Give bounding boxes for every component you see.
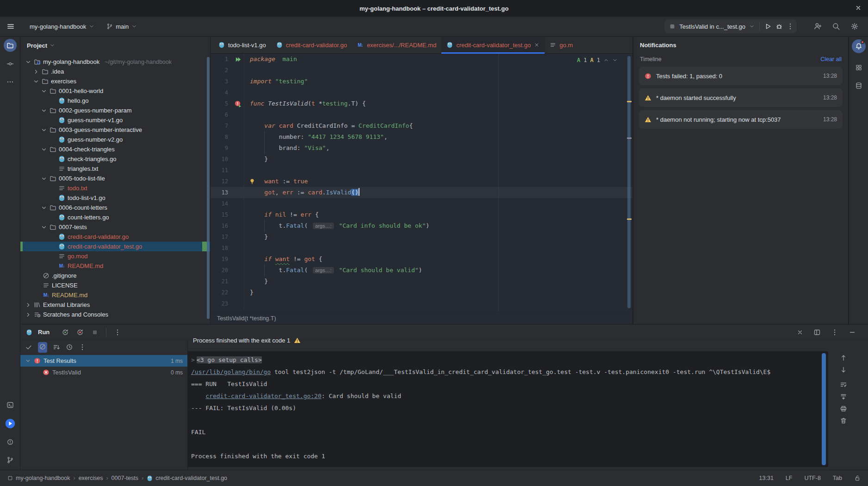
window-close-icon[interactable]: [855, 5, 862, 11]
gutter[interactable]: [232, 54, 244, 65]
soft-wrap-icon[interactable]: [840, 381, 847, 388]
editor-tab[interactable]: M↓exercises/.../README.md: [352, 37, 441, 53]
code-with-me-icon[interactable]: [813, 22, 822, 31]
tree-item[interactable]: 0006-count-letters: [20, 203, 210, 212]
sort-by-duration-icon[interactable]: [53, 343, 60, 351]
tree-item[interactable]: 0005-todo-list-file: [20, 174, 210, 183]
warning-stripe-mark[interactable]: [627, 218, 632, 220]
tree-item[interactable]: 0003-guess-number-interactive: [20, 125, 210, 135]
code-line[interactable]: 16 t.Fatal( args…: "Card info should be …: [211, 220, 632, 231]
chevron-down-icon[interactable]: [749, 24, 755, 29]
tool-run-button[interactable]: [4, 417, 17, 430]
line-separator-widget[interactable]: LF: [786, 475, 793, 481]
tree-item[interactable]: M↓README.md: [20, 290, 210, 300]
history-icon[interactable]: [66, 343, 73, 351]
tree-item[interactable]: todo.txt: [20, 183, 210, 193]
tool-git-button[interactable]: [4, 454, 17, 467]
code-line[interactable]: 9 brand: "Visa",: [211, 143, 632, 154]
code-line[interactable]: 18: [211, 243, 632, 254]
show-passed-icon[interactable]: [25, 343, 32, 351]
run-console[interactable]: ><3 go setup calls>/usr/lib/golang/bin/g…: [187, 351, 828, 467]
code-line[interactable]: 8 number: "4417 1234 5678 9113",: [211, 131, 632, 143]
tool-problems-button[interactable]: [4, 436, 17, 449]
project-tree-scrollbar[interactable]: [207, 57, 210, 319]
code-line[interactable]: 23: [211, 298, 632, 309]
tree-item[interactable]: todo-list-v1.go: [20, 193, 210, 203]
code-line[interactable]: 6: [211, 109, 632, 120]
prev-problem-icon[interactable]: [603, 57, 609, 63]
tree-item[interactable]: External Libraries: [20, 300, 210, 310]
breadcrumb-item[interactable]: 0007-tests: [112, 475, 138, 481]
options-icon[interactable]: [831, 329, 838, 336]
fold-arrow-icon[interactable]: >: [191, 356, 195, 363]
tool-project-button[interactable]: [4, 39, 17, 52]
tool-structure-button[interactable]: [852, 61, 866, 75]
tree-item[interactable]: LICENSE: [20, 280, 210, 290]
tree-item[interactable]: M↓README.md: [20, 261, 210, 271]
close-icon[interactable]: [797, 329, 803, 336]
scroll-to-end-icon[interactable]: [840, 393, 847, 400]
indent-widget[interactable]: Tab: [833, 475, 842, 481]
tool-database-button[interactable]: [852, 79, 866, 93]
prev-occurrence-icon[interactable]: [840, 354, 847, 361]
run-config-label[interactable]: TestIsValid in c..._test.go: [679, 23, 745, 30]
minimize-icon[interactable]: [849, 329, 856, 336]
more-actions-icon[interactable]: [114, 329, 121, 336]
tree-item[interactable]: guess-number-v2.go: [20, 135, 210, 144]
code-line[interactable]: 20 t.Fatal( args…: "Card should be valid…: [211, 265, 632, 276]
code-line[interactable]: 17 }: [211, 231, 632, 243]
console-link[interactable]: /usr/lib/golang/bin/go: [191, 368, 271, 375]
tree-item[interactable]: 0007-tests: [20, 222, 210, 232]
code-line[interactable]: 4: [211, 87, 632, 98]
editor-tab[interactable]: credit-card-validator_test.go: [441, 37, 545, 53]
test-result-row[interactable]: TestIsValid0 ms: [20, 367, 187, 378]
tool-terminal-button[interactable]: [4, 399, 17, 411]
project-widget[interactable]: my-golang-handbook: [26, 21, 98, 32]
code-line[interactable]: 22}: [211, 287, 632, 298]
console-link[interactable]: credit-card-validator_test.go:20: [205, 393, 321, 399]
tree-item[interactable]: exercises: [20, 76, 210, 86]
code-line[interactable]: 1package main: [211, 54, 632, 65]
next-occurrence-icon[interactable]: [840, 366, 847, 374]
tree-item[interactable]: credit-card-validator.go: [20, 232, 210, 242]
main-menu-icon[interactable]: [6, 22, 15, 31]
clear-all-link[interactable]: Clear all: [820, 56, 842, 62]
rerun-failed-tests-icon[interactable]: [76, 329, 84, 336]
tool-more-button[interactable]: [4, 75, 17, 88]
notification-card[interactable]: Tests failed: 1, passed: 013:28: [639, 67, 843, 85]
encoding-widget[interactable]: UTF-8: [804, 475, 820, 481]
tab-options-icon[interactable]: [620, 41, 632, 49]
code-line[interactable]: 2: [211, 65, 632, 76]
code-line[interactable]: 21 }: [211, 276, 632, 287]
code-line[interactable]: 11: [211, 165, 632, 176]
editor-tab[interactable]: credit-card-validator.go: [271, 37, 352, 53]
project-panel-header[interactable]: Project: [20, 37, 210, 54]
tool-commit-button[interactable]: [4, 57, 17, 70]
code-line[interactable]: 3import "testing": [211, 76, 632, 87]
warning-stripe-mark[interactable]: [627, 101, 632, 102]
code-line[interactable]: 12 want := true: [211, 176, 632, 187]
console-scrollbar[interactable]: [822, 353, 826, 465]
more-actions-icon[interactable]: [787, 23, 794, 30]
rerun-icon[interactable]: [62, 329, 69, 336]
tree-item[interactable]: count-letters.go: [20, 212, 210, 222]
tree-item[interactable]: .gitignore: [20, 271, 210, 280]
code-line[interactable]: 5func TestIsValid(t *testing.T) {: [211, 98, 632, 109]
vcs-branch-widget[interactable]: main: [103, 21, 141, 32]
next-problem-icon[interactable]: [612, 57, 618, 63]
breadcrumb-item[interactable]: my-golang-handbook: [7, 475, 70, 481]
editor-tab[interactable]: todo-list-v1.go: [213, 37, 271, 53]
code-line[interactable]: 19 if want != got {: [211, 254, 632, 265]
code-line[interactable]: 10 }: [211, 154, 632, 165]
search-everywhere-icon[interactable]: [832, 22, 840, 31]
tool-notifications-button[interactable]: [852, 39, 866, 53]
editor-tab[interactable]: go.m: [545, 37, 578, 53]
tree-item[interactable]: credit-card-validator_test.go: [20, 242, 210, 251]
tab-close-icon[interactable]: [534, 42, 539, 48]
tree-item[interactable]: 0004-check-triangles: [20, 144, 210, 154]
tree-item[interactable]: 0001-hello-world: [20, 86, 210, 96]
hide-ignored-toggle[interactable]: [38, 342, 47, 353]
tree-item[interactable]: go.mod: [20, 251, 210, 261]
tree-item[interactable]: 0002-guess-number-param: [20, 106, 210, 115]
code-editor[interactable]: 1package main23import "testing"45func Te…: [211, 54, 632, 312]
